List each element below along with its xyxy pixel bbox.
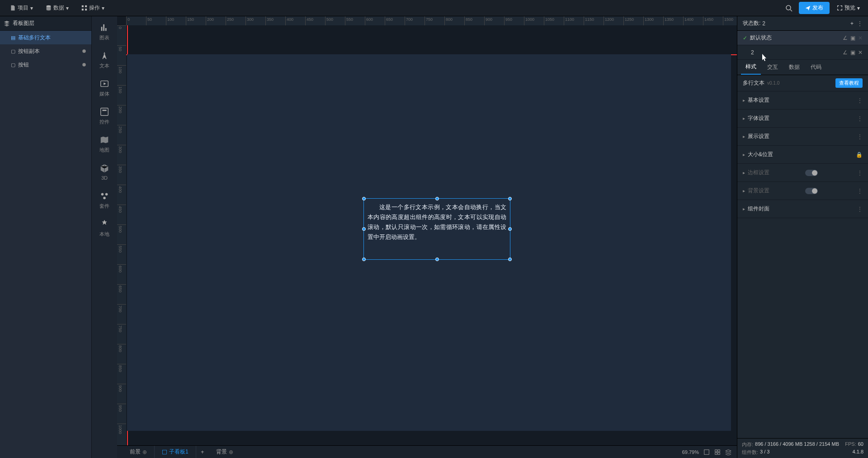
svg-rect-19 bbox=[715, 452, 717, 454]
tab-background[interactable]: 背景 ⊕ bbox=[209, 446, 241, 458]
resize-handle-tm[interactable] bbox=[435, 197, 439, 200]
compbar-3d[interactable]: 3D bbox=[94, 159, 115, 185]
tab-foreground[interactable]: 前景 ⊕ bbox=[123, 446, 155, 458]
visibility-icon[interactable] bbox=[81, 62, 87, 67]
zoom-value[interactable]: 69.79% bbox=[682, 449, 699, 455]
property-tabs: 样式交互数据代码 bbox=[737, 60, 868, 75]
lock-icon[interactable]: 🔒 bbox=[856, 152, 863, 158]
close-state-icon[interactable]: ✕ bbox=[858, 49, 863, 56]
toggle-switch[interactable] bbox=[805, 170, 818, 176]
add-state-button[interactable]: + bbox=[850, 20, 854, 27]
preview-button[interactable]: 预览 ▾ bbox=[832, 2, 864, 14]
fps-value: 60 bbox=[858, 441, 863, 448]
more-icon[interactable]: ⋮ bbox=[857, 20, 863, 27]
prop-tab-1[interactable]: 交互 bbox=[763, 60, 783, 75]
publish-button[interactable]: 发布 bbox=[799, 2, 830, 14]
edit-state-icon[interactable]: ∠ bbox=[843, 49, 848, 56]
prop-section[interactable]: ▸组件封面⋮ bbox=[737, 200, 868, 218]
state-item[interactable]: 2 ∠ ▣ ✕ bbox=[737, 45, 868, 60]
tutorial-button[interactable]: 查看教程 bbox=[835, 78, 863, 88]
chevron-down-icon: ▾ bbox=[30, 5, 33, 11]
menu-data-label: 数据 bbox=[53, 4, 64, 12]
prop-section[interactable]: ▸字体设置⋮ bbox=[737, 110, 868, 128]
resize-handle-mr[interactable] bbox=[508, 227, 512, 231]
check-icon: ✓ bbox=[743, 35, 747, 41]
resize-handle-tr[interactable] bbox=[508, 197, 512, 200]
compbar-ctrl[interactable]: 控件 bbox=[94, 103, 115, 129]
more-icon[interactable]: ⋮ bbox=[857, 115, 863, 122]
compbar-chart[interactable]: 图表 bbox=[94, 19, 115, 44]
multiline-text-widget[interactable]: 这是一个多行文本示例，文本会自动换行，当文本内容的高度超出组件的高度时，文本可以… bbox=[363, 198, 510, 260]
svg-rect-1 bbox=[82, 5, 84, 7]
add-panel-button[interactable]: + bbox=[196, 449, 209, 455]
layers-toggle-icon[interactable] bbox=[725, 449, 731, 455]
resize-handle-bm[interactable] bbox=[435, 258, 439, 261]
tab-subpanel[interactable]: 子看板1 bbox=[155, 446, 196, 458]
copy-state-icon[interactable]: ▣ bbox=[850, 49, 855, 56]
compbar-local[interactable]: 本地 bbox=[94, 215, 115, 241]
prop-section[interactable]: ▸展示设置⋮ bbox=[737, 128, 868, 146]
app-version: 4.1.8 bbox=[853, 449, 863, 456]
chevron-right-icon: ▸ bbox=[743, 206, 745, 211]
component-version: v0.1.0 bbox=[767, 81, 779, 86]
prop-section[interactable]: ▸背景设置⋮ bbox=[737, 182, 868, 200]
layer-item[interactable]: ▤基础多行文本 bbox=[0, 31, 91, 44]
prop-tab-2[interactable]: 数据 bbox=[784, 60, 804, 75]
prop-section[interactable]: ▸大小&位置🔒 bbox=[737, 146, 868, 164]
state-item[interactable]: ✓默认状态 ∠ ▣ ✕ bbox=[737, 31, 868, 45]
layer-type-icon: ▢ bbox=[11, 62, 15, 68]
publish-label: 发布 bbox=[812, 4, 823, 12]
prop-tab-0[interactable]: 样式 bbox=[741, 60, 761, 75]
more-icon[interactable]: ⋮ bbox=[857, 97, 863, 104]
layer-item[interactable]: ▢按钮 bbox=[0, 58, 91, 72]
svg-rect-16 bbox=[704, 449, 709, 454]
prop-tab-3[interactable]: 代码 bbox=[806, 60, 826, 75]
canvas-area: 0501001502002503003504004505005506006507… bbox=[117, 16, 737, 458]
zoom-bar: 前景 ⊕ 子看板1 + 背景 ⊕ 69.79% bbox=[117, 445, 737, 458]
compbar-suite[interactable]: 套件 bbox=[94, 187, 115, 213]
compbar-media[interactable]: 媒体 bbox=[94, 75, 115, 100]
more-icon[interactable]: ⋮ bbox=[857, 170, 863, 176]
copy-state-icon[interactable]: ▣ bbox=[850, 35, 855, 41]
section-label: 背景设置 bbox=[748, 187, 769, 195]
more-icon[interactable]: ⋮ bbox=[857, 188, 863, 194]
chevron-down-icon: ▾ bbox=[102, 5, 104, 11]
compbar-text[interactable]: 文本 bbox=[94, 47, 115, 72]
compbar-label: 3D bbox=[101, 175, 108, 181]
comp-count-label: 组件数: bbox=[742, 449, 758, 456]
chevron-right-icon: ▸ bbox=[743, 170, 745, 175]
svg-point-12 bbox=[101, 193, 104, 196]
mem-label: 内存: bbox=[742, 441, 753, 448]
more-icon[interactable]: ⋮ bbox=[857, 206, 863, 212]
resize-handle-bl[interactable] bbox=[362, 258, 366, 261]
menu-project[interactable]: 项目 ▾ bbox=[4, 0, 39, 16]
grid-view-icon[interactable] bbox=[714, 449, 721, 455]
stage[interactable]: 这是一个多行文本示例，文本会自动换行，当文本内容的高度超出组件的高度时，文本可以… bbox=[126, 25, 737, 445]
menu-data[interactable]: 数据 ▾ bbox=[39, 0, 75, 16]
component-name-row: 多行文本 v0.1.0 查看教程 bbox=[737, 75, 868, 91]
visibility-icon[interactable] bbox=[81, 48, 87, 54]
resize-handle-br[interactable] bbox=[508, 258, 512, 261]
layers-icon bbox=[4, 20, 10, 27]
search-button[interactable] bbox=[782, 1, 796, 15]
layer-item[interactable]: ▢按钮副本 bbox=[0, 44, 91, 58]
prop-section[interactable]: ▸基本设置⋮ bbox=[737, 91, 868, 110]
section-label: 字体设置 bbox=[748, 114, 769, 122]
menu-operate[interactable]: 操作 ▾ bbox=[75, 0, 111, 16]
svg-rect-20 bbox=[718, 452, 720, 454]
database-icon bbox=[46, 5, 52, 11]
add-icon[interactable]: ⊕ bbox=[142, 449, 147, 455]
edit-state-icon[interactable]: ∠ bbox=[843, 35, 848, 41]
more-icon[interactable]: ⋮ bbox=[857, 134, 863, 140]
svg-line-6 bbox=[790, 10, 792, 11]
compbar-map[interactable]: 地图 bbox=[94, 131, 115, 157]
toggle-switch[interactable] bbox=[805, 188, 818, 194]
add-icon[interactable]: ⊕ bbox=[229, 449, 233, 455]
resize-handle-tl[interactable] bbox=[362, 197, 366, 200]
svg-rect-3 bbox=[82, 9, 84, 10]
send-icon bbox=[805, 5, 811, 11]
prop-section[interactable]: ▸边框设置⋮ bbox=[737, 164, 868, 182]
resize-handle-ml[interactable] bbox=[362, 227, 366, 231]
fit-screen-icon[interactable] bbox=[703, 449, 710, 455]
chevron-down-icon: ▾ bbox=[66, 5, 69, 11]
